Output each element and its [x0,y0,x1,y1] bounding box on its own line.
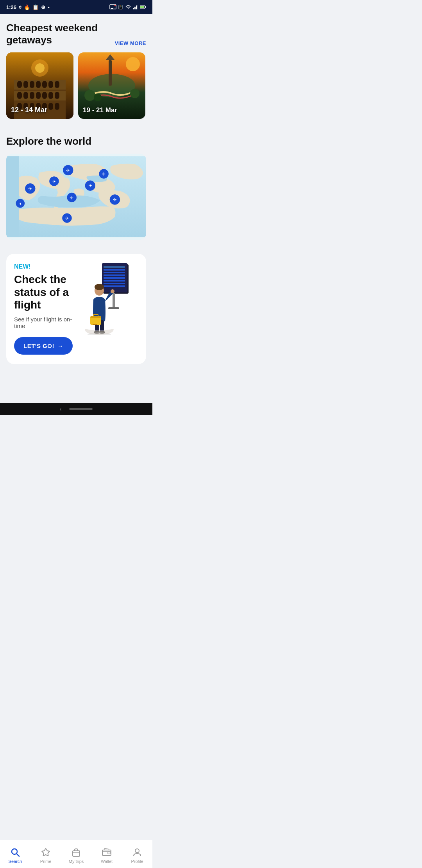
section-header: Cheapest weekendgetaways VIEW MORE [6,22,146,46]
status-icon-currency: ¢ [19,4,21,10]
svg-rect-9 [145,6,146,8]
svg-point-43 [130,89,139,98]
svg-rect-23 [30,92,34,99]
svg-text:✈: ✈ [28,186,32,192]
flight-illustration [77,263,139,334]
svg-rect-80 [104,283,125,284]
svg-rect-35 [55,103,59,110]
lets-go-arrow: → [57,343,64,349]
weekend-card-2[interactable]: 19 - 21 Mar [78,52,145,119]
svg-rect-96 [93,324,97,325]
traveler-svg [78,262,138,335]
svg-text:✈: ✈ [102,172,106,177]
status-left: 1:26 ¢ 🔥 📋 ⊕ • [6,4,50,10]
weekend-card-1[interactable]: 12 - 14 Mar [6,52,73,119]
status-time: 1:26 [6,4,16,10]
svg-rect-16 [36,81,41,88]
status-icon-dot: • [48,4,50,10]
svg-rect-74 [104,266,125,268]
map-svg: ✈ ✈ ✈ ✈ ✈ ✈ ✈ [6,154,146,240]
svg-rect-13 [17,81,22,88]
status-right: 📳 [109,4,146,10]
battery-icon [140,5,146,9]
status-icon-clipboard: 📋 [32,4,39,10]
scroll-content: Cheapest weekendgetaways VIEW MORE [0,14,152,403]
svg-rect-26 [48,92,53,99]
explore-world-section: Explore the world [0,126,152,246]
svg-rect-22 [23,92,28,99]
svg-rect-15 [30,81,34,88]
vibrate-icon: 📳 [118,5,123,10]
status-icon-fire: 🔥 [24,4,30,10]
wifi-icon [125,5,131,9]
svg-rect-25 [42,92,47,99]
svg-text:✈: ✈ [52,179,56,184]
svg-rect-8 [140,6,144,8]
world-map[interactable]: ✈ ✈ ✈ ✈ ✈ ✈ ✈ [6,154,146,240]
svg-rect-83 [108,307,119,309]
svg-rect-24 [36,92,41,99]
flight-status-card: NEW! Check the status of a flight See if… [6,254,146,364]
weekend-cards-row: 12 - 14 Mar [6,52,146,122]
home-pill[interactable] [69,408,93,410]
svg-point-45 [126,57,140,71]
lets-go-button[interactable]: LET'S GO! → [14,337,73,355]
svg-rect-34 [48,103,53,110]
svg-point-42 [84,90,95,101]
svg-text:✈: ✈ [19,202,22,206]
svg-rect-14 [23,81,28,88]
svg-rect-81 [104,285,125,287]
flight-status-title: Check the status of a flight [14,273,73,311]
svg-rect-79 [104,280,125,282]
new-badge: NEW! [14,263,73,270]
svg-rect-27 [55,92,59,99]
svg-text:✈: ✈ [66,168,70,173]
back-button[interactable]: ‹ [60,406,62,412]
signal-icon [133,5,138,9]
svg-rect-40 [109,60,112,86]
svg-point-86 [111,289,114,293]
svg-rect-82 [113,293,115,308]
cast-icon [109,4,116,10]
svg-rect-21 [17,92,22,99]
explore-world-title: Explore the world [6,135,146,147]
svg-rect-53 [6,156,19,237]
svg-text:✈: ✈ [113,197,117,203]
svg-point-37 [35,63,45,73]
svg-rect-17 [42,81,47,88]
flight-status-description: See if your flight is on-time [14,316,73,329]
card-2-label: 19 - 21 Mar [83,106,117,114]
svg-rect-5 [136,5,137,9]
svg-rect-1 [111,8,113,9]
svg-text:✈: ✈ [65,216,69,221]
view-more-button[interactable]: VIEW MORE [115,40,146,46]
status-icon-location: ⊕ [41,4,45,10]
svg-point-85 [95,284,104,290]
svg-rect-75 [104,269,125,271]
card-1-label: 12 - 14 Mar [11,106,47,114]
flight-status-content: NEW! Check the status of a flight See if… [14,263,77,355]
system-nav-bar: ‹ [0,403,152,415]
flight-status-section: NEW! Check the status of a flight See if… [0,246,152,372]
svg-text:✈: ✈ [70,195,73,200]
svg-rect-76 [104,272,125,273]
svg-rect-77 [104,274,125,276]
svg-rect-18 [48,81,53,88]
svg-point-44 [94,93,102,101]
svg-rect-4 [134,7,136,9]
status-bar: 1:26 ¢ 🔥 📋 ⊕ • 📳 [0,0,152,14]
svg-rect-78 [104,277,125,279]
svg-rect-19 [55,81,59,88]
svg-rect-2 [114,5,116,6]
weekend-getaways-title: Cheapest weekendgetaways [6,22,98,46]
svg-rect-6 [138,5,138,9]
weekend-getaways-section: Cheapest weekendgetaways VIEW MORE [0,14,152,126]
svg-rect-3 [133,8,134,9]
svg-text:✈: ✈ [88,183,92,189]
lets-go-label: LET'S GO! [23,343,54,349]
